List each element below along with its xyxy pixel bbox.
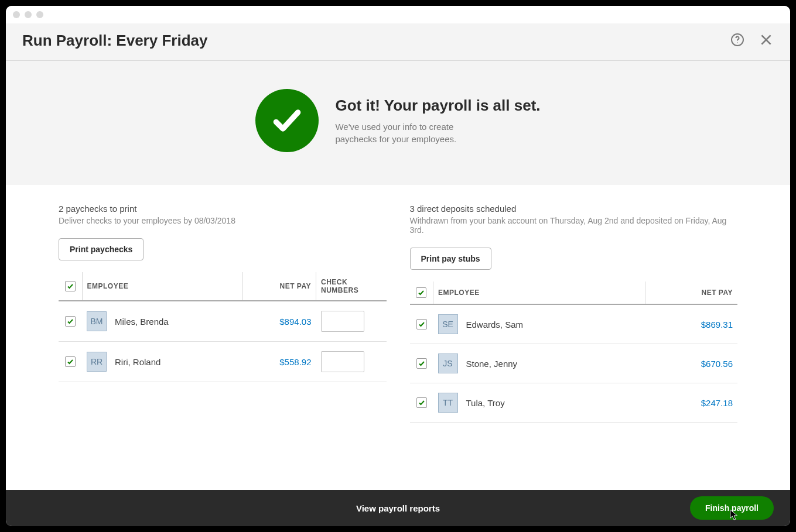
row-checkbox[interactable]: [416, 358, 427, 369]
avatar: RR: [87, 352, 107, 372]
row-checkbox[interactable]: [416, 319, 427, 330]
success-banner: Got it! Your payroll is all set. We've u…: [6, 61, 790, 185]
employee-name: Riri, Roland: [115, 357, 160, 367]
svg-point-1: [737, 42, 738, 43]
print-paychecks-button[interactable]: Print paychecks: [59, 238, 144, 260]
page-header: Run Payroll: Every Friday: [6, 23, 790, 61]
banner-subtitle: We've used your info to create paychecks…: [335, 121, 487, 145]
page-title: Run Payroll: Every Friday: [22, 32, 207, 50]
net-pay: $247.18: [701, 398, 733, 408]
net-pay: $558.92: [279, 357, 311, 367]
net-pay: $894.03: [279, 317, 311, 327]
table-row: SE Edwards, Sam $869.31: [410, 304, 738, 344]
view-reports-link[interactable]: View payroll reports: [356, 503, 440, 513]
col-employee: EMPLOYEE: [433, 282, 645, 304]
col-employee: EMPLOYEE: [82, 272, 243, 301]
paychecks-section: 2 paychecks to print Deliver checks to y…: [59, 204, 387, 478]
employee-name: Stone, Jenny: [466, 359, 518, 369]
col-checknum: CHECK NUMBERS: [316, 272, 387, 301]
window-minimize-dot[interactable]: [25, 11, 32, 18]
avatar: JS: [438, 353, 458, 373]
deposits-table: EMPLOYEE NET PAY SE: [410, 282, 738, 423]
check-number-input[interactable]: [321, 311, 364, 332]
col-netpay: NET PAY: [645, 282, 737, 304]
deposits-subtitle: Withdrawn from your bank account on Thur…: [410, 216, 738, 235]
row-checkbox[interactable]: [416, 397, 427, 408]
banner-title: Got it! Your payroll is all set.: [335, 97, 540, 115]
avatar: SE: [438, 314, 458, 334]
table-row: TT Tula, Troy $247.18: [410, 383, 738, 423]
app-window: Run Payroll: Every Friday Got it! Your p…: [6, 6, 790, 526]
finish-payroll-button[interactable]: Finish payroll: [690, 496, 774, 520]
avatar: BM: [87, 311, 107, 331]
deposits-section: 3 direct deposits scheduled Withdrawn fr…: [410, 204, 738, 478]
avatar: TT: [438, 393, 458, 413]
window-close-dot[interactable]: [13, 11, 20, 18]
row-checkbox[interactable]: [65, 316, 76, 327]
table-row: BM Miles, Brenda $894.03: [59, 301, 387, 342]
paychecks-table: EMPLOYEE NET PAY CHECK NUMBERS: [59, 272, 387, 382]
window-titlebar: [6, 6, 790, 23]
row-checkbox[interactable]: [65, 356, 76, 367]
check-number-input[interactable]: [321, 351, 364, 372]
table-row: RR Riri, Roland $558.92: [59, 342, 387, 382]
net-pay: $869.31: [701, 320, 733, 330]
select-all-deposits-checkbox[interactable]: [416, 287, 426, 298]
window-maximize-dot[interactable]: [36, 11, 43, 18]
paychecks-subtitle: Deliver checks to your employees by 08/0…: [59, 216, 387, 225]
footer-bar: View payroll reports Finish payroll: [6, 490, 790, 526]
employee-name: Edwards, Sam: [466, 320, 524, 330]
employee-name: Tula, Troy: [466, 398, 505, 408]
help-icon[interactable]: [730, 33, 744, 49]
success-check-icon: [255, 89, 319, 152]
close-icon[interactable]: [759, 32, 774, 50]
main-content: 2 paychecks to print Deliver checks to y…: [6, 185, 790, 490]
table-row: JS Stone, Jenny $670.56: [410, 344, 738, 383]
select-all-paychecks-checkbox[interactable]: [65, 281, 76, 291]
print-paystubs-button[interactable]: Print pay stubs: [410, 248, 491, 270]
deposits-title: 3 direct deposits scheduled: [410, 204, 738, 214]
paychecks-title: 2 paychecks to print: [59, 204, 387, 214]
col-netpay: NET PAY: [243, 272, 316, 301]
employee-name: Miles, Brenda: [115, 317, 169, 327]
net-pay: $670.56: [701, 359, 733, 369]
